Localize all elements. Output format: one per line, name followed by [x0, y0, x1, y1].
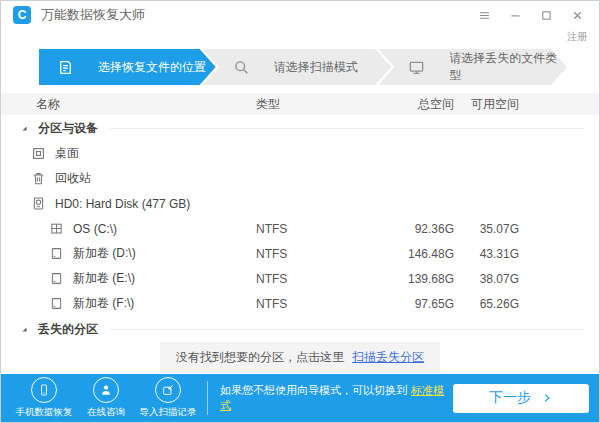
table-header: 名称 类型 总空间 可用空间	[1, 93, 599, 115]
column-header-avail: 可用空间	[454, 96, 519, 113]
tree-row[interactable]: HD0: Hard Disk (477 GB)	[1, 191, 599, 216]
tree-section-header[interactable]: 丢失的分区	[1, 316, 599, 342]
column-header-total: 总空间	[366, 96, 454, 113]
expander-icon[interactable]	[19, 324, 30, 335]
wizard-steps: 选择恢复文件的位置 请选择扫描模式 请选择丢失的文件类型	[1, 45, 599, 93]
drive-icon	[49, 296, 64, 311]
tree-row[interactable]: 新加卷 (E:\) NTFS 139.68G 38.07G	[1, 266, 599, 291]
register-row: 注册	[1, 29, 599, 45]
phone-icon	[37, 383, 51, 397]
tree-row[interactable]: 回收站	[1, 166, 599, 191]
footer-actions: 手机数据恢复 在线咨询 导入扫描记录	[13, 377, 199, 419]
lost-partition-message-row: 没有找到想要的分区，点击这里 扫描丢失分区	[1, 342, 599, 374]
wizard-step-3[interactable]: 请选择丢失的文件类型	[378, 49, 567, 85]
monitor-icon	[408, 59, 425, 76]
maximize-icon[interactable]	[534, 5, 558, 25]
close-icon[interactable]	[565, 5, 589, 25]
trash-icon	[31, 171, 46, 186]
app-title: 万能数据恢复大师	[41, 6, 465, 24]
footer-bar: 手机数据恢复 在线咨询 导入扫描记录 如果您不想使用向导模式，可以切换到标准模式…	[1, 374, 599, 422]
column-header-name: 名称	[1, 96, 256, 113]
next-button[interactable]: 下一步	[453, 384, 589, 413]
tree-row[interactable]: 新加卷 (D:\) NTFS 146.48G 43.31G	[1, 241, 599, 266]
expander-icon[interactable]	[19, 123, 30, 134]
tree-row[interactable]: 新加卷 (F:\) NTFS 97.65G 65.26G	[1, 291, 599, 316]
search-icon	[233, 59, 250, 76]
partition-tree: 分区与设备 桌面 回收站 HD0: Hard Disk (477 GB)	[1, 115, 599, 374]
wizard-step-1[interactable]: 选择恢复文件的位置	[39, 49, 216, 85]
drive-icon	[49, 271, 64, 286]
tree-row[interactable]: OS (C:\) NTFS 92.36G 35.07G	[1, 216, 599, 241]
mode-hint: 如果您不想使用向导模式，可以切换到标准模式	[220, 383, 453, 413]
footer-divider	[207, 381, 208, 415]
minimize-icon[interactable]	[503, 5, 527, 25]
drive-icon	[49, 246, 64, 261]
menu-icon[interactable]	[472, 5, 496, 25]
document-icon	[57, 59, 74, 76]
app-logo-icon: C	[13, 6, 31, 24]
register-link[interactable]: 注册	[567, 30, 587, 44]
tree-section-header[interactable]: 分区与设备	[1, 115, 599, 141]
import-icon	[161, 383, 175, 397]
title-bar: C 万能数据恢复大师	[1, 1, 599, 29]
no-partition-message: 没有找到想要的分区，点击这里 扫描丢失分区	[160, 342, 440, 373]
app-window: C 万能数据恢复大师 注册 选择恢复文件的位置 请选择扫描模式 请选择丢失的文件…	[0, 0, 600, 423]
footer-action-import[interactable]: 导入扫描记录	[137, 377, 199, 419]
desktop-icon	[31, 146, 46, 161]
wizard-step-2[interactable]: 请选择扫描模式	[203, 49, 392, 85]
scan-lost-partitions-link[interactable]: 扫描丢失分区	[352, 349, 424, 366]
tree-row[interactable]: 桌面	[1, 141, 599, 166]
chevron-right-icon	[541, 392, 553, 404]
next-button-label: 下一步	[489, 389, 531, 407]
person-icon	[99, 383, 113, 397]
footer-action-phone[interactable]: 手机数据恢复	[13, 377, 75, 419]
footer-action-person[interactable]: 在线咨询	[75, 377, 137, 419]
harddisk-icon	[31, 196, 46, 211]
column-header-type: 类型	[256, 96, 366, 113]
mode-hint-text: 如果您不想使用向导模式，可以切换到	[220, 384, 407, 396]
windows-drive-icon	[49, 221, 64, 236]
